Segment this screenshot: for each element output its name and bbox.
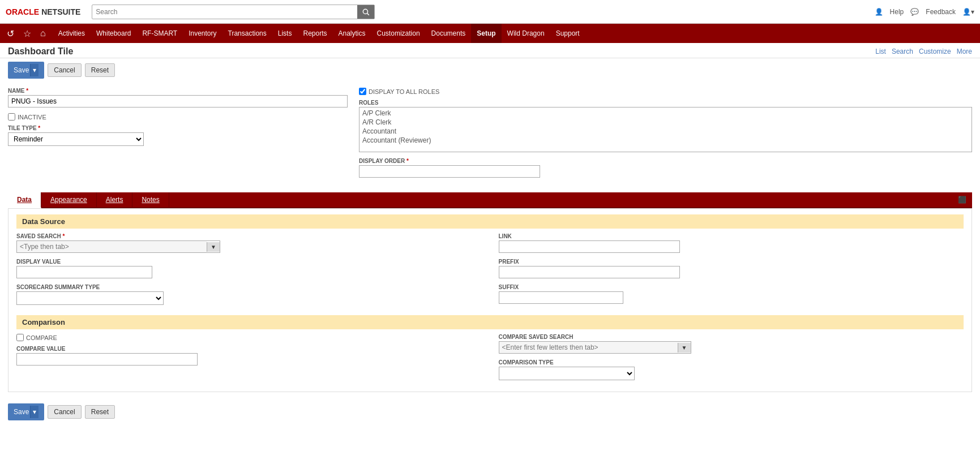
nav-support[interactable]: Support [550,24,585,43]
search-button[interactable] [357,5,374,19]
link-label: LINK [499,233,964,239]
comparison-right: COMPARE SAVED SEARCH ▼ COMPARISON TYPE [499,334,964,386]
tab-data[interactable]: Data [8,192,41,208]
comparison-header: Comparison [16,315,964,329]
prefix-row: PREFIX [499,259,964,278]
refresh-icon[interactable]: ↺ [5,28,16,39]
compare-row: COMPARE [16,334,482,341]
data-source-right: LINK PREFIX SUFFIX [499,233,964,311]
scorecard-summary-label: SCORECARD SUMMARY TYPE [16,284,482,290]
home-icon[interactable]: ⌂ [38,28,48,38]
form-right: DISPLAY TO ALL ROLES ROLES A/P Clerk A/R… [359,88,972,183]
breadcrumb-search[interactable]: Search [892,48,913,55]
save-dropdown-arrow-bottom[interactable]: ▾ [30,406,38,418]
breadcrumb-customize[interactable]: Customize [919,48,951,55]
breadcrumb-actions: List Search Customize More [875,48,972,55]
main-content: NAME * INACTIVE TILE TYPE * Reminder KPI… [0,82,980,398]
reset-button[interactable]: Reset [85,63,115,77]
display-all-roles-label: DISPLAY TO ALL ROLES [369,88,439,95]
tab-alerts[interactable]: Alerts [97,192,133,207]
prefix-input[interactable] [499,266,680,278]
compare-saved-search-label: COMPARE SAVED SEARCH [499,334,964,340]
link-row: LINK [499,233,964,253]
reset-button-bottom[interactable]: Reset [85,405,115,419]
comparison-left: COMPARE COMPARE VALUE [16,334,482,386]
role-item: Accountant (Reviewer) [361,136,970,145]
nav-activities[interactable]: Activities [53,24,91,43]
nav-rfsmart[interactable]: RF-SMART [136,24,183,43]
tab-inner: Data Source SAVED SEARCH * ▼ [8,209,972,392]
role-item: A/P Clerk [361,109,970,118]
save-button[interactable]: Save ▾ [8,62,44,79]
breadcrumb-more[interactable]: More [957,48,972,55]
saved-search-dropdown[interactable]: ▼ [16,240,220,253]
nav-wilddragon[interactable]: Wild Dragon [502,24,550,43]
inactive-label: INACTIVE [18,114,46,121]
nav-setup[interactable]: Setup [471,24,501,43]
save-button-bottom[interactable]: Save ▾ [8,403,44,420]
tab-appearance[interactable]: Appearance [41,192,97,207]
compare-label: COMPARE [26,334,57,341]
nav-documents[interactable]: Documents [426,24,472,43]
nav-transactions[interactable]: Transactions [222,24,272,43]
name-field-group: NAME * [8,88,348,108]
feedback-label[interactable]: Feedback [926,8,956,16]
roles-list[interactable]: A/P Clerk A/R Clerk Accountant Accountan… [359,107,972,152]
svg-point-0 [363,9,368,14]
page-title: Dashboard Tile [8,46,73,57]
name-input[interactable] [8,95,348,108]
search-box [92,5,375,19]
compare-value-input[interactable] [16,353,198,366]
nav-analytics[interactable]: Analytics [333,24,371,43]
cancel-button-bottom[interactable]: Cancel [48,405,81,419]
user-icon[interactable]: 👤 [875,8,883,16]
star-icon[interactable]: ☆ [21,28,33,39]
saved-search-label: SAVED SEARCH * [16,233,482,239]
saved-search-arrow[interactable]: ▼ [207,242,220,252]
nav-lists[interactable]: Lists [272,24,298,43]
nav-whiteboard[interactable]: Whiteboard [91,24,136,43]
navbar: ↺ ☆ ⌂ Activities Whiteboard RF-SMART Inv… [0,24,980,43]
tab-content: Data Source SAVED SEARCH * ▼ [8,208,972,392]
compare-saved-search-dropdown[interactable]: ▼ [499,341,691,354]
compare-saved-search-arrow[interactable]: ▼ [678,343,691,352]
tile-type-label: TILE TYPE * [8,125,348,131]
display-value-label: DISPLAY VALUE [16,259,482,265]
suffix-input[interactable] [499,291,623,304]
help-label[interactable]: Help [890,8,904,16]
display-value-row: DISPLAY VALUE [16,259,482,278]
display-value-input[interactable] [16,266,152,278]
inactive-checkbox[interactable] [8,113,15,121]
breadcrumb-list[interactable]: List [875,48,886,55]
profile-icon[interactable]: 👤▾ [962,8,974,16]
roles-label: ROLES [359,100,972,106]
scorecard-summary-select[interactable] [16,291,164,305]
nav-reports[interactable]: Reports [297,24,332,43]
tab-expand-icon[interactable]: ⬛ [952,192,972,207]
tab-notes[interactable]: Notes [132,192,169,207]
roles-field-group: ROLES A/P Clerk A/R Clerk Accountant Acc… [359,100,972,152]
nav-customization[interactable]: Customization [371,24,426,43]
link-input[interactable] [499,240,680,253]
saved-search-input[interactable] [17,241,207,252]
tabs-bar: Data Appearance Alerts Notes ⬛ [8,192,972,208]
comparison-type-select[interactable] [499,367,635,380]
suffix-row: SUFFIX [499,284,964,304]
compare-saved-search-row: COMPARE SAVED SEARCH ▼ [499,334,964,354]
search-input[interactable] [92,7,357,17]
display-order-input[interactable] [359,165,540,178]
tile-type-select[interactable]: Reminder KPI Scorecard Trend List Custom [8,132,144,146]
feedback-icon[interactable]: 💬 [910,8,919,16]
save-dropdown-arrow[interactable]: ▾ [30,64,38,76]
inactive-row: INACTIVE [8,113,348,121]
compare-saved-search-input[interactable] [499,342,678,353]
data-source-left: SAVED SEARCH * ▼ DISPLAY VALUE SCO [16,233,482,311]
nav-inventory[interactable]: Inventory [183,24,222,43]
display-all-roles-checkbox[interactable] [359,88,366,95]
form-section: NAME * INACTIVE TILE TYPE * Reminder KPI… [8,88,972,183]
prefix-label: PREFIX [499,259,964,265]
cancel-button[interactable]: Cancel [48,63,81,77]
compare-checkbox[interactable] [16,334,24,341]
comparison-section: Comparison COMPARE COMPARE VALUE [16,315,964,386]
bottom-action-bar: Save ▾ Cancel Reset [0,398,980,426]
